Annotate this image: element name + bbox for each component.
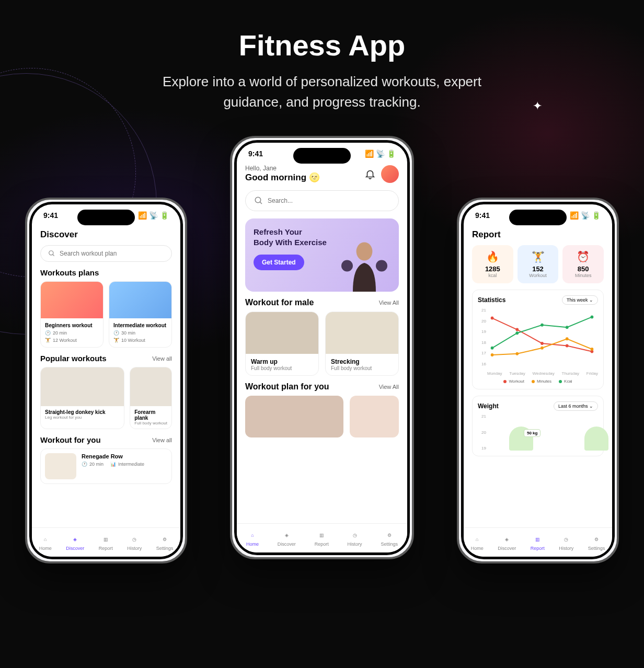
- gear-icon: ⚙: [384, 530, 395, 540]
- plan-card-beginners[interactable]: Beginners workout 🕐20 min 🏋️12 Workout: [40, 281, 104, 348]
- home-icon: ⌂: [40, 534, 51, 545]
- wifi-icon: 📡: [581, 211, 590, 220]
- workout-plan-image[interactable]: [245, 396, 343, 437]
- nav-discover[interactable]: ◈Discover: [66, 534, 84, 551]
- svg-point-19: [540, 324, 544, 327]
- view-all-link[interactable]: View all: [152, 355, 172, 362]
- stat-workout: 🏋️ 152 Workout: [518, 245, 559, 283]
- popular-card[interactable]: Forearm plank Full body workout: [130, 367, 172, 429]
- popular-title: Forearm plank: [134, 409, 167, 421]
- popular-sub: Full body workout: [134, 421, 167, 425]
- status-icons: 📶📡🔋: [570, 211, 601, 220]
- compass-icon: ◈: [70, 534, 80, 545]
- nav-discover[interactable]: ◈Discover: [498, 534, 516, 551]
- avatar[interactable]: [381, 165, 399, 183]
- nav-discover[interactable]: ◈Discover: [278, 530, 296, 547]
- report-title: Report: [472, 229, 501, 240]
- signal-icon: 📶: [365, 149, 374, 158]
- svg-point-10: [566, 344, 569, 347]
- workouts-plans-heading: Workouts plans: [40, 268, 99, 277]
- legend-workout: Workout: [503, 379, 524, 384]
- workout-image: [41, 367, 124, 406]
- nav-history[interactable]: ◷History: [348, 530, 362, 547]
- nav-settings[interactable]: ⚙Settings: [156, 534, 174, 551]
- workout-for-you-card[interactable]: Renegade Row 🕐20 min 📊Intermediate: [40, 448, 172, 484]
- get-started-button[interactable]: Get Started: [254, 255, 304, 270]
- search-input[interactable]: [245, 190, 399, 211]
- nav-home[interactable]: ⌂Home: [246, 530, 259, 547]
- plan-title: Beginners workout: [45, 323, 99, 328]
- plan-card-intermediate[interactable]: Intermediate workout 🕐30 min 🏋️10 Workou…: [109, 281, 172, 348]
- nav-history[interactable]: ◷History: [559, 534, 573, 551]
- nav-report[interactable]: ▥Report: [315, 530, 329, 547]
- svg-point-16: [591, 348, 594, 351]
- chart-icon: ▥: [100, 534, 111, 545]
- page-subtitle: Explore into a world of personalized wor…: [134, 72, 510, 112]
- status-time: 9:41: [43, 211, 58, 220]
- wifi-icon: 📡: [376, 149, 385, 158]
- svg-point-7: [491, 317, 494, 320]
- search-input[interactable]: [40, 245, 172, 262]
- svg-point-8: [515, 328, 519, 331]
- dumbbell-icon: 🏋️: [45, 338, 51, 343]
- phone-discover: 9:41 📶📡🔋 Discover Workouts plans Beginn: [25, 198, 187, 563]
- search-field[interactable]: [60, 250, 164, 257]
- phone-report: 9:41 📶📡🔋 Report 🔥 1285 kcal 🏋️ 152: [457, 198, 619, 563]
- workout-image: [130, 367, 171, 406]
- svg-point-9: [540, 342, 544, 345]
- gear-icon: ⚙: [591, 534, 602, 545]
- nav-report[interactable]: ▥Report: [99, 534, 113, 551]
- status-time: 9:41: [475, 211, 490, 220]
- view-all-link[interactable]: View all: [152, 437, 172, 443]
- workout-sub: Full body workout: [331, 365, 393, 371]
- nav-settings[interactable]: ⚙Settings: [588, 534, 605, 551]
- svg-point-4: [356, 242, 373, 260]
- hero-image: [333, 229, 396, 292]
- status-icons: 📶📡🔋: [365, 149, 396, 158]
- discover-title: Discover: [40, 229, 78, 240]
- plan-image: [109, 282, 171, 318]
- svg-point-6: [376, 260, 387, 272]
- view-all-link[interactable]: View All: [379, 384, 399, 390]
- legend-minutes: Minutes: [532, 379, 551, 384]
- clock-icon: 🕐: [113, 330, 119, 336]
- svg-point-21: [591, 315, 594, 318]
- nav-report[interactable]: ▥Report: [531, 534, 545, 551]
- workout-sub: Full body workout: [251, 365, 313, 371]
- popular-card[interactable]: Straight-leg donkey kick Leg workout for…: [40, 367, 124, 429]
- range-dropdown[interactable]: This week ⌄: [562, 295, 598, 305]
- weight-heading: Weight: [478, 402, 499, 410]
- svg-point-14: [540, 347, 544, 350]
- battery-icon: 🔋: [592, 211, 601, 220]
- nav-home[interactable]: ⌂Home: [39, 534, 52, 551]
- range-dropdown[interactable]: Last 6 months ⌄: [554, 401, 598, 411]
- workout-image: [246, 312, 318, 354]
- workout-plan-image[interactable]: [350, 396, 399, 437]
- stat-minutes: ⏰ 850 Minutes: [562, 245, 604, 283]
- nav-home[interactable]: ⌂Home: [471, 534, 484, 551]
- svg-line-1: [53, 255, 54, 256]
- bell-icon[interactable]: [364, 168, 376, 180]
- status-time: 9:41: [248, 149, 263, 158]
- svg-point-5: [341, 260, 353, 272]
- search-icon: [254, 196, 263, 205]
- workout-card-stretching[interactable]: Strecking Full body workout: [325, 312, 399, 376]
- search-icon: [48, 250, 55, 257]
- statistics-chart: 212019181716 MondayTuesdayWednesdayThurs…: [478, 308, 598, 376]
- workout-image: [326, 312, 398, 354]
- search-field[interactable]: [268, 197, 390, 204]
- nav-settings[interactable]: ⚙Settings: [381, 530, 398, 547]
- view-all-link[interactable]: View All: [379, 300, 399, 306]
- svg-point-18: [515, 331, 519, 335]
- chevron-down-icon: ⌄: [589, 404, 593, 409]
- clock-icon: 🕐: [45, 330, 51, 336]
- chart-icon: ▥: [532, 534, 543, 545]
- compass-icon: ◈: [281, 530, 292, 540]
- workout-card-warmup[interactable]: Warm up Full body workout: [245, 312, 319, 376]
- signal-icon: 📶: [570, 211, 579, 220]
- svg-point-15: [566, 337, 569, 340]
- chevron-down-icon: ⌄: [589, 297, 593, 303]
- workout-image: [45, 453, 76, 479]
- battery-icon: 🔋: [160, 211, 169, 220]
- nav-history[interactable]: ◷History: [127, 534, 142, 551]
